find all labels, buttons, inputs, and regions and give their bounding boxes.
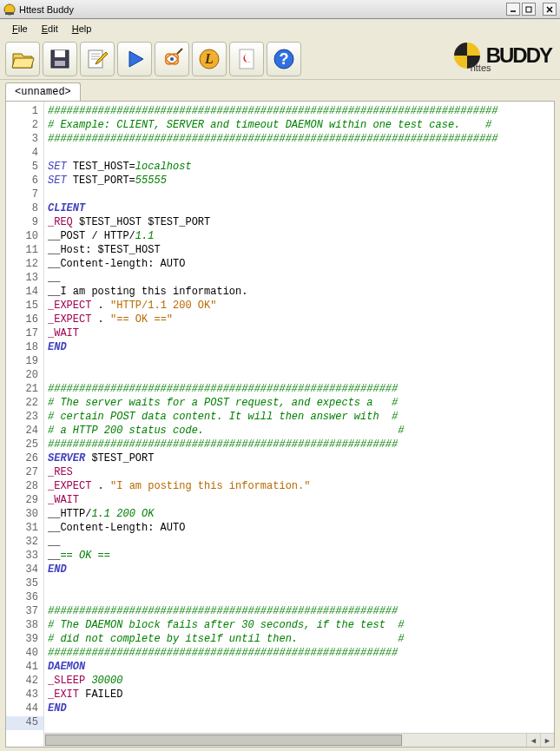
code-line[interactable]: _EXPECT . "I am posting this information…: [48, 480, 554, 494]
code-line[interactable]: ########################################…: [48, 647, 554, 661]
code-line[interactable]: __I am posting this information.: [48, 286, 554, 300]
log-button[interactable]: L: [192, 42, 227, 76]
code-line[interactable]: _EXPECT . "HTTP/1.1 200 OK": [48, 300, 554, 313]
open-button[interactable]: [5, 42, 40, 76]
code-line[interactable]: SET TEST_HOST=localhost: [48, 161, 554, 175]
menu-file[interactable]: File: [5, 22, 35, 36]
code-line[interactable]: __Content-Length: AUTO: [48, 522, 554, 536]
minimize-button[interactable]: [506, 3, 520, 16]
code-line[interactable]: SERVER $TEST_PORT: [48, 452, 554, 466]
code-line[interactable]: __== OK ==: [48, 550, 554, 563]
code-line[interactable]: _EXPECT . "== OK ==": [48, 313, 554, 327]
code-line[interactable]: # The DAEMON block fails after 30 second…: [48, 619, 554, 633]
code-line[interactable]: _WAIT: [48, 494, 554, 508]
code-line[interactable]: _WAIT: [48, 327, 554, 341]
code-line[interactable]: _RES: [48, 466, 554, 480]
titlebar: Httest Buddy: [0, 0, 560, 19]
svg-line-17: [177, 49, 182, 54]
help-button[interactable]: ?: [267, 42, 301, 76]
editor[interactable]: 1234567891011121314151617181920212223242…: [5, 101, 555, 748]
code-line[interactable]: [48, 188, 554, 202]
menu-edit[interactable]: Edit: [35, 22, 65, 36]
code-line[interactable]: ########################################…: [48, 383, 554, 397]
code-line[interactable]: # The server waits for a POST request, a…: [48, 397, 554, 411]
code-line[interactable]: [48, 577, 554, 591]
run-button[interactable]: [117, 42, 152, 76]
scroll-right-icon[interactable]: ►: [540, 734, 554, 747]
code-line[interactable]: [48, 147, 554, 161]
logo: BUDDY httes: [451, 40, 551, 71]
code-line[interactable]: ########################################…: [48, 105, 554, 119]
toolbar: L ? BUDDY httes: [0, 38, 560, 80]
menu-help[interactable]: Help: [65, 22, 99, 36]
svg-text:?: ?: [280, 50, 289, 68]
save-button[interactable]: [43, 42, 77, 76]
code-line[interactable]: _EXIT FAILED: [48, 688, 554, 702]
svg-marker-13: [129, 51, 143, 67]
svg-rect-1: [5, 12, 14, 15]
code-line[interactable]: __HTTP/1.1 200 OK: [48, 508, 554, 522]
code-line[interactable]: __Content-length: AUTO: [48, 258, 554, 272]
scroll-left-icon[interactable]: ◄: [526, 734, 540, 747]
code-area[interactable]: ########################################…: [44, 102, 554, 747]
code-line[interactable]: END: [48, 341, 554, 355]
svg-rect-8: [55, 61, 65, 66]
code-line[interactable]: __: [48, 272, 554, 286]
code-line[interactable]: [48, 355, 554, 369]
wand-button[interactable]: [155, 42, 189, 76]
close-button[interactable]: [543, 3, 557, 16]
code-line[interactable]: SET TEST_PORT=55555: [48, 175, 554, 188]
code-line[interactable]: [48, 716, 554, 730]
svg-rect-20: [240, 49, 254, 69]
code-line[interactable]: CLIENT: [48, 202, 554, 216]
edit-button[interactable]: [80, 42, 115, 76]
app-icon: [3, 3, 16, 16]
svg-rect-7: [55, 50, 65, 57]
svg-rect-3: [526, 7, 531, 12]
code-line[interactable]: # did not complete by itself until then.…: [48, 633, 554, 647]
gutter: 1234567891011121314151617181920212223242…: [6, 102, 44, 747]
maximize-button[interactable]: [522, 3, 536, 16]
code-line[interactable]: __: [48, 536, 554, 550]
window-title: Httest Buddy: [19, 4, 506, 15]
code-line[interactable]: [48, 369, 554, 383]
horizontal-scrollbar[interactable]: ◄ ►: [44, 733, 554, 747]
code-line[interactable]: _REQ $TEST_HOST $TEST_PORT: [48, 216, 554, 230]
logo-brand: BUDDY: [486, 43, 551, 68]
code-line[interactable]: ########################################…: [48, 133, 554, 147]
code-line[interactable]: # a HTTP 200 status code. #: [48, 425, 554, 438]
code-line[interactable]: ########################################…: [48, 438, 554, 452]
pdf-button[interactable]: [229, 42, 264, 76]
menubar: File Edit Help: [0, 19, 560, 38]
code-line[interactable]: ########################################…: [48, 605, 554, 619]
code-line[interactable]: __Host: $TEST_HOST: [48, 244, 554, 258]
code-line[interactable]: _SLEEP 30000: [48, 675, 554, 688]
svg-point-16: [170, 57, 174, 61]
code-line[interactable]: END: [48, 563, 554, 577]
code-line[interactable]: END: [48, 702, 554, 716]
logo-sub: httes: [471, 63, 491, 73]
code-line[interactable]: # Example: CLIENT, SERVER and timeout DA…: [48, 119, 554, 133]
code-line[interactable]: __POST / HTTP/1.1: [48, 230, 554, 244]
svg-text:L: L: [204, 51, 214, 66]
tab-unnamed[interactable]: <unnamed>: [5, 82, 81, 101]
scroll-thumb[interactable]: [45, 735, 402, 746]
tab-row: <unnamed>: [0, 80, 560, 101]
code-line[interactable]: DAEMON: [48, 661, 554, 675]
code-line[interactable]: # certain POST data content. It will the…: [48, 411, 554, 425]
code-line[interactable]: [48, 591, 554, 605]
